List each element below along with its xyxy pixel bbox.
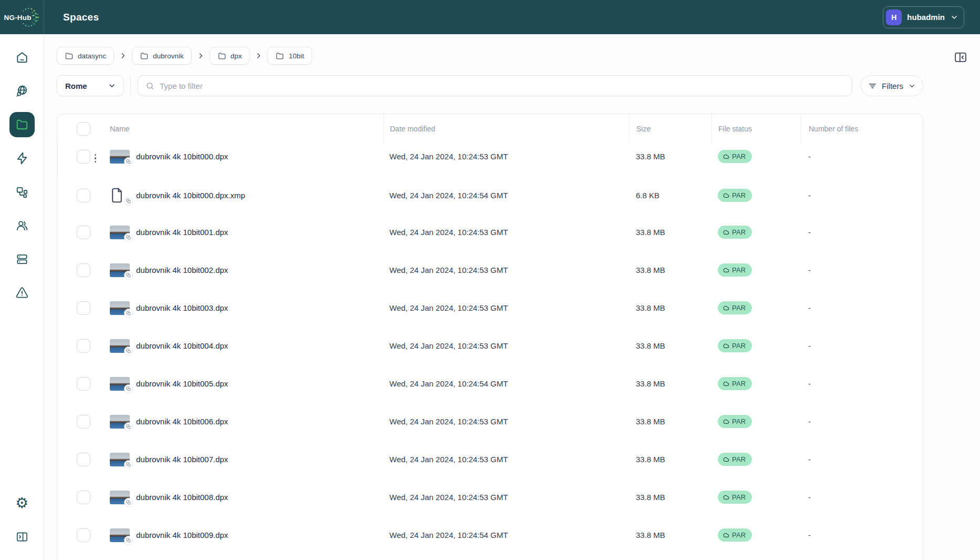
row-checkbox[interactable] [77, 150, 90, 164]
cloud-icon [723, 342, 729, 349]
row-checkbox[interactable] [77, 491, 90, 504]
file-name[interactable]: dubrovnik 4k 10bit000.dpx.xmp [136, 191, 245, 200]
file-date-modified: Wed, 24 Jan 2024, 10:24:53 GMT [384, 152, 629, 161]
sidebar-item-storage[interactable] [9, 247, 35, 272]
sidebar-item-settings[interactable]: ⚙ [9, 491, 35, 516]
breadcrumb-label: dpx [231, 52, 242, 60]
file-size: 6.8 KB [629, 191, 711, 200]
breadcrumb-item-10bit[interactable]: 10bit [267, 47, 312, 65]
number-of-files: - [808, 228, 811, 237]
file-name[interactable]: dubrovnik 4k 10bit009.dpx [136, 531, 228, 539]
copy-versions-icon [126, 311, 131, 315]
file-thumbnail [110, 226, 130, 239]
column-header-name[interactable]: Name [110, 114, 384, 144]
search-input[interactable] [160, 82, 844, 90]
column-header-size[interactable]: Size [629, 114, 711, 144]
row-checkbox[interactable] [77, 415, 90, 429]
file-name[interactable]: dubrovnik 4k 10bit001.dpx [136, 228, 228, 237]
cloud-icon [723, 418, 729, 425]
row-checkbox[interactable] [77, 528, 90, 542]
sidebar-item-users[interactable] [9, 213, 35, 238]
file-thumbnail [110, 528, 130, 542]
copy-versions-icon [126, 424, 131, 429]
space-selector[interactable]: Rome [57, 75, 123, 96]
right-panel-toggle[interactable] [950, 48, 971, 67]
status-badge: PAR [718, 226, 752, 239]
table-row[interactable]: dubrovnik 4k 10bit000.dpx.xmp Wed, 24 Ja… [57, 181, 923, 219]
copy-versions-icon [126, 235, 131, 240]
table-row[interactable]: dubrovnik 4k 10bit002.dpx Wed, 24 Jan 20… [57, 257, 923, 295]
table-row[interactable]: dubrovnik 4k 10bit004.dpx Wed, 24 Jan 20… [57, 333, 923, 371]
chevron-down-icon [108, 82, 116, 90]
file-thumbnail [110, 453, 130, 466]
cloud-icon [723, 192, 729, 199]
file-name[interactable]: dubrovnik 4k 10bit005.dpx [136, 379, 228, 388]
file-name[interactable]: dubrovnik 4k 10bit008.dpx [136, 493, 228, 502]
cloud-icon [723, 494, 729, 501]
sidebar-item-home[interactable] [9, 45, 35, 70]
file-thumbnail [110, 377, 130, 391]
user-menu[interactable]: H hubadmin [883, 6, 964, 28]
table-row[interactable]: dubrovnik 4k 10bit005.dpx Wed, 24 Jan 20… [57, 371, 923, 409]
row-checkbox[interactable] [77, 453, 90, 466]
table-row[interactable]: dubrovnik 4k 10bit006.dpx Wed, 24 Jan 20… [57, 409, 923, 446]
sidebar-item-workflows[interactable] [9, 179, 35, 205]
column-header-date-modified[interactable]: Date modified [384, 114, 629, 144]
file-size: 33.8 MB [629, 228, 711, 237]
file-name[interactable]: dubrovnik 4k 10bit000.dpx [136, 152, 228, 161]
status-label: PAR [732, 266, 746, 274]
row-checkbox[interactable] [77, 339, 90, 353]
cloud-icon [723, 380, 729, 387]
table-row[interactable]: dubrovnik 4k 10bit000.dpx Wed, 24 Jan 20… [57, 144, 923, 181]
row-checkbox[interactable] [77, 263, 90, 277]
number-of-files: - [808, 266, 811, 274]
column-header-number-of-files[interactable]: Number of files [800, 114, 923, 144]
cloud-icon [723, 304, 729, 311]
chevron-right-icon [119, 52, 127, 59]
sidebar-item-activity[interactable] [9, 146, 35, 171]
cloud-icon [723, 532, 729, 538]
row-checkbox[interactable] [77, 377, 90, 391]
file-name[interactable]: dubrovnik 4k 10bit002.dpx [136, 266, 228, 274]
select-all-checkbox[interactable] [77, 122, 90, 136]
breadcrumb-item-datasync[interactable]: datasync [57, 47, 114, 65]
breadcrumb-item-dubrovnik[interactable]: dubrovnik [132, 47, 192, 65]
sidebar-item-discover[interactable] [9, 78, 35, 104]
number-of-files: - [808, 379, 811, 388]
file-thumbnail [110, 491, 130, 504]
panel-expand-icon [15, 530, 29, 544]
file-name[interactable]: dubrovnik 4k 10bit007.dpx [136, 455, 228, 464]
workflow-icon [15, 185, 29, 199]
file-name[interactable]: dubrovnik 4k 10bit006.dpx [136, 417, 228, 426]
number-of-files: - [808, 493, 811, 502]
sidebar-collapse-toggle[interactable] [9, 524, 35, 549]
number-of-files: - [808, 191, 811, 200]
file-name[interactable]: dubrovnik 4k 10bit004.dpx [136, 341, 228, 350]
column-header-file-status[interactable]: File status [711, 114, 800, 144]
panel-collapse-icon [953, 50, 968, 65]
table-row[interactable]: dubrovnik 4k 10bit007.dpx Wed, 24 Jan 20… [57, 446, 923, 484]
status-label: PAR [732, 531, 746, 539]
file-name[interactable]: dubrovnik 4k 10bit003.dpx [136, 303, 228, 312]
row-checkbox[interactable] [77, 189, 90, 202]
sidebar-item-files[interactable] [9, 112, 35, 137]
status-badge: PAR [718, 491, 752, 504]
chevron-down-icon [950, 13, 958, 22]
copy-versions-icon [126, 386, 131, 391]
search-icon [146, 82, 154, 90]
filters-button[interactable]: Filters [861, 75, 923, 96]
row-checkbox[interactable] [77, 226, 90, 239]
sidebar-item-alerts[interactable] [9, 280, 35, 306]
table-row[interactable]: dubrovnik 4k 10bit003.dpx Wed, 24 Jan 20… [57, 295, 923, 333]
row-checkbox[interactable] [77, 301, 90, 315]
table-row[interactable]: dubrovnik 4k 10bit008.dpx Wed, 24 Jan 20… [57, 484, 923, 522]
number-of-files: - [808, 341, 811, 350]
status-label: PAR [732, 191, 746, 199]
status-badge: PAR [718, 301, 752, 314]
table-row[interactable]: dubrovnik 4k 10bit001.dpx Wed, 24 Jan 20… [57, 219, 923, 257]
folder-icon [15, 118, 29, 131]
breadcrumb-item-dpx[interactable]: dpx [210, 47, 250, 65]
cloud-icon [723, 153, 729, 160]
table-row[interactable]: dubrovnik 4k 10bit009.dpx Wed, 24 Jan 20… [57, 522, 923, 560]
copy-versions-icon [126, 159, 131, 164]
